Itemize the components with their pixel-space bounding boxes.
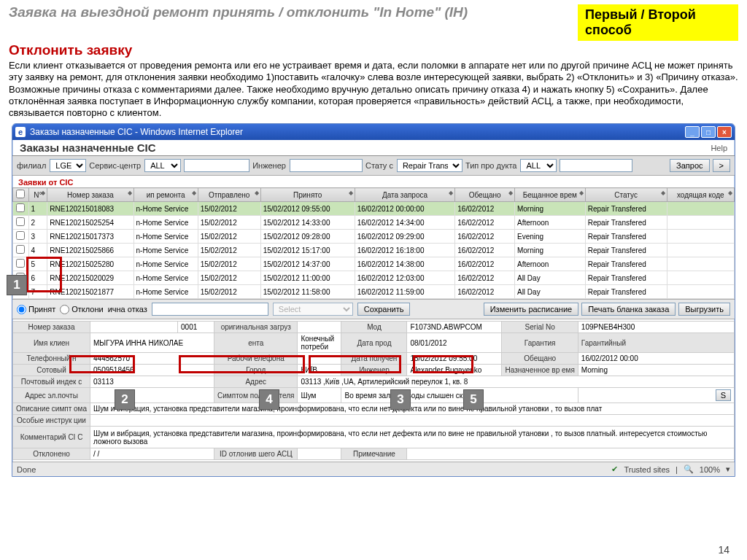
grid-col-4[interactable]: Отправлено◆ xyxy=(198,188,260,202)
ie-window: e Заказы назначенные CIC - Windows Inter… xyxy=(12,123,735,477)
reason-input[interactable] xyxy=(152,303,268,316)
grid-col-8[interactable]: Бещанное врем◆ xyxy=(514,188,585,202)
ptype-select[interactable]: ALL xyxy=(520,159,557,172)
cell xyxy=(667,244,734,257)
grid-col-10[interactable]: ходящая коде◆ xyxy=(667,188,734,202)
d-email-lbl: Адрес эл.почты xyxy=(13,388,90,403)
grid-col-7[interactable]: Обещано◆ xyxy=(455,188,515,202)
cell: 6 xyxy=(28,271,47,285)
maximize-button[interactable]: □ xyxy=(701,126,716,138)
reject-radio[interactable] xyxy=(60,305,69,314)
zoom-icon: 🔍 xyxy=(684,464,694,474)
table-row[interactable]: 6RNE120215020029n-Home Service15/02/2012… xyxy=(13,271,735,285)
grid-col-6[interactable]: Дата запроса◆ xyxy=(355,188,455,202)
d-ccmt-lbl: Комментарий CI C xyxy=(13,427,90,448)
svc-input[interactable] xyxy=(184,159,249,172)
cell: Repair Transfered xyxy=(585,257,667,271)
trusted-icon: ✔ xyxy=(611,464,618,474)
cell xyxy=(13,202,29,216)
accept-radio[interactable] xyxy=(17,305,26,314)
zoom-dropdown-icon[interactable]: ▾ xyxy=(726,464,730,474)
table-row[interactable]: 5RNE120215025280n-Home Service15/02/2012… xyxy=(13,257,735,271)
slide-body: Если клиент отказывается от проведения р… xyxy=(0,60,747,123)
status-label: Стату с xyxy=(365,161,393,170)
d-mob: 0509518456 xyxy=(90,365,214,376)
row-checkbox[interactable] xyxy=(16,203,25,212)
d-prom: 16/02/2012 00:00 xyxy=(578,353,734,365)
cell: 7 xyxy=(28,285,47,299)
table-row[interactable]: 2RNE120215025254n-Home Service15/02/2012… xyxy=(13,216,735,230)
table-row[interactable]: 4RNE120215025866n-Home Service15/02/2012… xyxy=(13,244,735,257)
d-rejid-lbl: ID отлонив шего АСЦ xyxy=(214,448,298,460)
d-ord xyxy=(90,322,178,333)
grid-col-0[interactable] xyxy=(13,188,29,202)
print-button[interactable]: Печать бланка заказа xyxy=(581,303,676,316)
cell: RNE120215018083 xyxy=(47,202,133,216)
ie-title: Заказы назначенные CIC - Windows Interne… xyxy=(30,127,243,137)
svc-select[interactable]: ALL xyxy=(144,159,181,172)
grid-col-3[interactable]: ип ремонта◆ xyxy=(133,188,198,202)
grid-col-9[interactable]: Статус◆ xyxy=(585,188,667,202)
row-checkbox[interactable] xyxy=(16,231,25,240)
status-bar: Done ✔ Trusted sites | 🔍 100% ▾ xyxy=(12,462,735,476)
cell: 16/02/2012 xyxy=(455,257,515,271)
table-row[interactable]: 7RNE120215021877n-Home Service15/02/2012… xyxy=(13,285,735,299)
row-checkbox[interactable] xyxy=(16,245,25,254)
ptype-input[interactable] xyxy=(560,159,632,172)
status-zoom: 100% xyxy=(700,465,720,474)
d-ptime: Morning xyxy=(578,365,734,376)
symptom-button[interactable]: S xyxy=(716,389,731,401)
d-desc: Шум и вибрация, установка представители … xyxy=(90,403,735,415)
status-select[interactable]: Repair Transf xyxy=(397,159,462,172)
cell: RNE120215025280 xyxy=(47,257,133,271)
cell: Repair Transfered xyxy=(585,202,667,216)
branch-select[interactable]: LGEL xyxy=(50,159,86,172)
cell: RNE120215025866 xyxy=(47,244,133,257)
d-instr-lbl: Особые инструк ции xyxy=(13,415,90,427)
ie-icon: e xyxy=(15,127,26,137)
reschedule-button[interactable]: Изменить расписание xyxy=(484,303,578,316)
export-button[interactable]: Выгрузить xyxy=(678,303,730,316)
close-button[interactable]: × xyxy=(717,126,732,138)
cell: 15/02/2012 xyxy=(198,202,260,216)
d-load-lbl: оригинальная загруз xyxy=(214,322,298,333)
select-all-checkbox[interactable] xyxy=(16,190,25,198)
d-seg-lbl: ента xyxy=(214,333,298,353)
d-wtel-lbl: Рабочи елефона xyxy=(214,353,298,365)
d-name-lbl: Имя клиен xyxy=(13,333,90,353)
cell xyxy=(13,216,29,230)
arrow-button[interactable]: > xyxy=(713,159,730,172)
d-zip-lbl: Почтовый индек с xyxy=(13,376,90,388)
cell: Repair Transfered xyxy=(585,285,667,299)
grid-col-2[interactable]: Номер заказа◆ xyxy=(47,188,133,202)
filter-bar: филиал LGEL Сервис-центр ALL Инженер Ста… xyxy=(12,156,735,176)
row-checkbox[interactable] xyxy=(16,259,25,268)
minimize-button[interactable]: _ xyxy=(685,126,700,138)
grid-col-1[interactable]: N°◆ xyxy=(28,188,47,202)
grid-col-5[interactable]: Принято◆ xyxy=(260,188,355,202)
cell: 16/02/2012 00:00:00 xyxy=(355,202,455,216)
cell: 15/02/2012 xyxy=(198,216,260,230)
d-rej-lbl: Отклонено xyxy=(13,448,90,460)
cell: 16/02/2012 xyxy=(455,285,515,299)
d-sympt-lbl: Симптом польз вателя xyxy=(214,388,298,403)
query-button[interactable]: Запрос xyxy=(670,159,709,172)
status-done: Done xyxy=(17,465,36,474)
action-bar: Принят Отклони ична отказ Select Сохрани… xyxy=(12,299,735,319)
cell: 16/02/2012 xyxy=(455,230,515,244)
save-button[interactable]: Сохранить xyxy=(357,303,411,316)
d-rej: / / xyxy=(90,448,214,460)
eng-input[interactable] xyxy=(290,159,363,172)
cell: 15/02/2012 xyxy=(198,285,260,299)
table-row[interactable]: 1RNE120215018083n-Home Service15/02/2012… xyxy=(13,202,735,216)
row-checkbox[interactable] xyxy=(16,217,25,226)
table-row[interactable]: 3RNE120215017373n-Home Service15/02/2012… xyxy=(13,230,735,244)
cell xyxy=(667,285,734,299)
reason-select[interactable]: Select xyxy=(273,303,353,316)
help-link[interactable]: Help xyxy=(711,144,727,152)
d-recv: 15/02/2012 09:55:00 xyxy=(407,353,502,365)
cell xyxy=(667,202,734,216)
d-load xyxy=(298,322,341,333)
d-sn: 109PNEB4H300 xyxy=(578,322,734,333)
d-sympt2: Во время заливки воды слышен скрип xyxy=(341,388,578,403)
